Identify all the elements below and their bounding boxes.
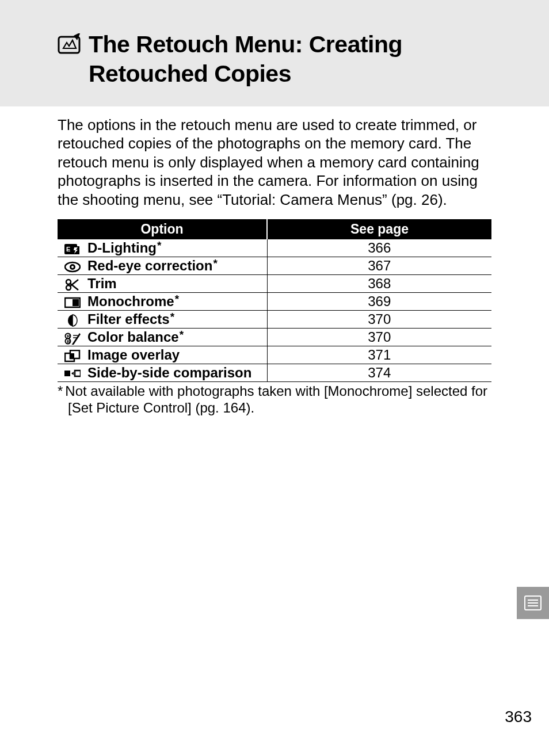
option-label: Trim <box>87 275 267 293</box>
option-label: Color balance* <box>87 329 267 346</box>
page-reference: 367 <box>267 257 491 275</box>
option-label: Red-eye correction* <box>87 257 267 275</box>
trim-icon <box>58 275 87 293</box>
retouch-menu-icon <box>58 30 83 58</box>
asterisk-mark: * <box>170 311 174 323</box>
asterisk-mark: * <box>157 239 161 251</box>
option-label: Monochrome* <box>87 293 267 311</box>
page-reference: 374 <box>267 364 491 382</box>
column-header-option: Option <box>58 219 267 239</box>
header-area: The Retouch Menu: Creating Retouched Cop… <box>0 0 549 106</box>
asterisk-mark: * <box>175 293 179 305</box>
intro-paragraph: The options in the retouch menu are used… <box>58 116 491 209</box>
asterisk-mark: * <box>213 257 217 269</box>
section-tab-badge <box>517 587 549 619</box>
footnote: *Not available with photographs taken wi… <box>58 383 491 417</box>
table-row: Side-by-side comparison374 <box>58 364 491 382</box>
page-reference: 371 <box>267 346 491 364</box>
content-area: The options in the retouch menu are used… <box>0 106 549 417</box>
page-number: 363 <box>505 708 532 726</box>
page-reference: 366 <box>267 239 491 257</box>
comparison-icon <box>58 364 87 382</box>
table-row: Monochrome*369 <box>58 293 491 311</box>
page-reference: 370 <box>267 311 491 329</box>
red-eye-icon <box>58 257 87 275</box>
overlay-icon <box>58 346 87 364</box>
table-row: Red-eye correction*367 <box>58 257 491 275</box>
page-reference: 368 <box>267 275 491 293</box>
asterisk-mark: * <box>180 329 184 341</box>
table-row: Filter effects*370 <box>58 311 491 329</box>
footnote-text: Not available with photographs taken wit… <box>65 383 487 415</box>
option-label: Image overlay <box>87 346 267 364</box>
table-row: Image overlay371 <box>58 346 491 364</box>
option-label: D-Lighting* <box>87 239 267 257</box>
color-balance-icon <box>58 329 87 346</box>
table-row: Color balance*370 <box>58 329 491 346</box>
table-row: D-Lighting*366 <box>58 239 491 257</box>
filter-icon <box>58 311 87 329</box>
option-label: Filter effects* <box>87 311 267 329</box>
title-wrap: The Retouch Menu: Creating Retouched Cop… <box>58 30 509 89</box>
options-table: Option See page D-Lighting*366Red-eye co… <box>58 219 491 382</box>
page-reference: 369 <box>267 293 491 311</box>
monochrome-icon <box>58 293 87 311</box>
footnote-mark: * <box>58 383 63 399</box>
option-label: Side-by-side comparison <box>87 364 267 382</box>
page-reference: 370 <box>267 329 491 346</box>
page-title: The Retouch Menu: Creating Retouched Cop… <box>89 30 509 89</box>
column-header-page: See page <box>267 219 491 239</box>
d-lighting-icon <box>58 239 87 257</box>
table-row: Trim368 <box>58 275 491 293</box>
